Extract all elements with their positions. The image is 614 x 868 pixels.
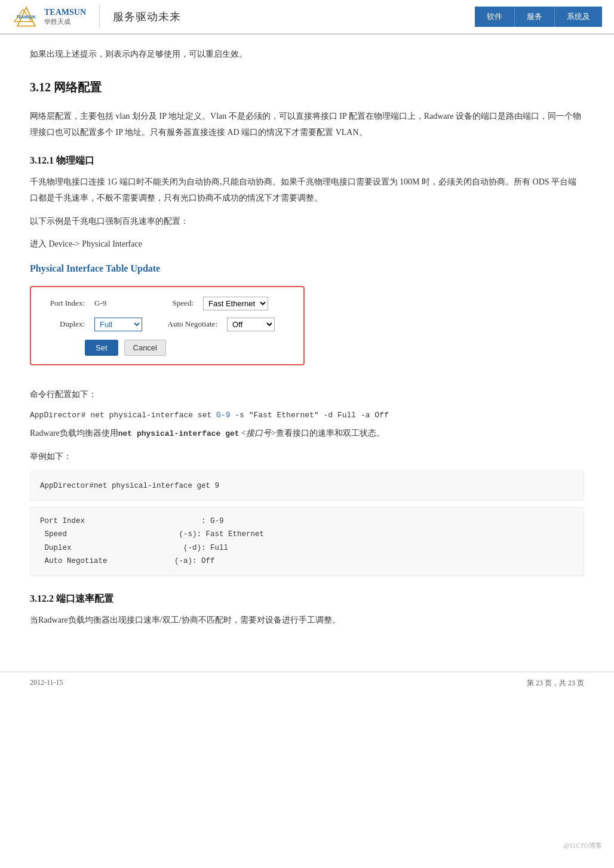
result-block: Port Index : G-9 Speed (-s): Fast Ethern… — [30, 507, 584, 576]
auto-neg-label: Auto Negotiate: — [152, 319, 217, 329]
logo-name-cn: 华胜天成 — [44, 17, 86, 26]
section-3122-desc: 当Radware负载均衡器出现接口速率/双工/协商不匹配时，需要对设备进行手工调… — [30, 612, 584, 629]
example-cmd-line: AppDirector#net physical-interface get 9 — [40, 479, 574, 493]
section-3121-desc2: 以下示例是千兆电口强制百兆速率的配置： — [30, 214, 584, 230]
intro-text: 如果出现上述提示，则表示内存足够使用，可以重启生效。 — [30, 47, 584, 61]
set-button[interactable]: Set — [85, 340, 118, 356]
section-3121-desc3: 进入 Device-> Physical Interface — [30, 236, 584, 253]
svg-text:TEAMSUN: TEAMSUN — [16, 15, 35, 19]
cmd2-prefix: Radware负载均衡器使用 — [30, 429, 118, 438]
result-speed: Speed (-s): Fast Ethernet — [40, 528, 574, 541]
port-index-label: Port Index: — [43, 298, 85, 308]
auto-neg-select[interactable]: Off — [227, 318, 275, 331]
form-button-row: Set Cancel — [43, 340, 291, 356]
physical-interface-form: Port Index: G-9 Speed: Fast Ethernet Dup… — [30, 286, 305, 365]
teamsun-logo-icon: TEAMSUN — [12, 5, 41, 29]
result-auto-neg: Auto Negotiate (-a): Off — [40, 555, 574, 568]
main-content: 如果出现上述提示，则表示内存足够使用，可以重启生效。 3.12 网络配置 网络层… — [0, 35, 614, 660]
form-row-port-speed: Port Index: G-9 Speed: Fast Ethernet — [43, 297, 291, 310]
port-index-value: G-9 — [94, 298, 118, 308]
example-label: 举例如下： — [30, 449, 584, 465]
pitu-title: Physical Interface Table Update — [30, 263, 584, 274]
example-cmd-block: AppDirector#net physical-interface get 9 — [30, 472, 584, 501]
nav-item-service[interactable]: 服务 — [515, 7, 555, 27]
header-divider — [99, 5, 100, 29]
section-312-title: 3.12 网络配置 — [30, 79, 584, 99]
footer-page-info: 第 23 页，共 23 页 — [527, 678, 584, 688]
cmd2-line: Radware负载均衡器使用net physical-interface get… — [30, 426, 584, 442]
section-3122-title: 3.12.2 端口速率配置 — [30, 593, 584, 605]
page-header: TEAMSUN TEAMSUN 华胜天成 服务驱动未来 软件 服务 系统及 — [0, 0, 614, 35]
nav-item-system[interactable]: 系统及 — [555, 7, 602, 27]
result-port-index: Port Index : G-9 — [40, 515, 574, 528]
cmd1-line: AppDirector# net physical-interface set … — [30, 410, 584, 422]
cmd2-bold: net physical-interface get — [118, 429, 240, 438]
logo-name-en: TEAMSUN — [44, 8, 86, 17]
result-duplex: Duplex (-d): Full — [40, 541, 574, 555]
page-footer: 2012-11-15 第 23 页，共 23 页 — [0, 672, 614, 694]
speed-select[interactable]: Fast Ethernet — [203, 297, 268, 310]
speed-label: Speed: — [128, 298, 194, 308]
section-312-desc: 网络层配置，主要包括 vlan 划分及 IP 地址定义。Vlan 不是必须的，可… — [30, 109, 584, 140]
cmd1-blue-value: G-9 — [216, 411, 230, 420]
form-row-duplex-autoneg: Duplex: Full Auto Negotiate: Off — [43, 318, 291, 331]
cmd-label: 命令行配置如下： — [30, 387, 584, 403]
nav-item-software[interactable]: 软件 — [475, 7, 515, 27]
form-container: Port Index: G-9 Speed: Fast Ethernet Dup… — [30, 286, 584, 376]
section-3121-title: 3.12.1 物理端口 — [30, 155, 584, 167]
duplex-label: Duplex: — [43, 319, 85, 329]
cancel-button[interactable]: Cancel — [124, 340, 166, 356]
footer-date: 2012-11-15 — [30, 678, 63, 688]
watermark: @51CTO博客 — [563, 841, 602, 850]
duplex-select[interactable]: Full — [94, 318, 142, 331]
section-3121-desc1: 千兆物理电接口连接 1G 端口时不能关闭为自动协商,只能自动协商。如果千兆物理电… — [30, 174, 584, 206]
nav-area: 软件 服务 系统及 — [475, 7, 602, 27]
logo-image: TEAMSUN TEAMSUN 华胜天成 — [12, 5, 86, 29]
logo-area: TEAMSUN TEAMSUN 华胜天成 服务驱动未来 — [12, 5, 475, 29]
cmd2-suffix: <接口号>查看接口的速率和双工状态。 — [240, 429, 385, 438]
header-slogan: 服务驱动未来 — [113, 10, 181, 24]
